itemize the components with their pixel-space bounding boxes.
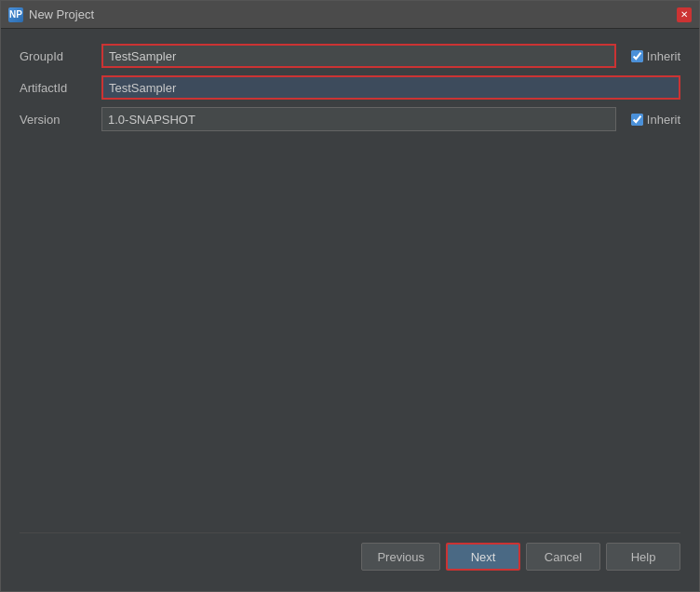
main-area — [20, 131, 680, 523]
group-id-inherit-checkbox[interactable] — [631, 50, 643, 62]
form-area: GroupId Inherit ArtifactId Version Inher… — [20, 44, 680, 131]
app-icon: NP — [8, 7, 23, 22]
artifact-id-label: ArtifactId — [20, 81, 94, 95]
group-id-inherit-label: Inherit — [647, 49, 680, 63]
version-label: Version — [20, 113, 94, 127]
title-bar-left: NP New Project — [8, 7, 94, 22]
version-inherit: Inherit — [631, 113, 680, 127]
artifact-id-row: ArtifactId — [20, 75, 680, 100]
group-id-label: GroupId — [20, 49, 94, 63]
version-row: Version Inherit — [20, 107, 680, 131]
group-id-input[interactable] — [101, 44, 616, 68]
title-bar-controls: ✕ — [677, 7, 692, 22]
cancel-button[interactable]: Cancel — [526, 543, 600, 571]
group-id-inherit: Inherit — [631, 49, 680, 63]
main-window: NP New Project ✕ GroupId Inherit Artifac… — [0, 0, 700, 592]
version-input[interactable] — [101, 107, 616, 131]
group-id-row: GroupId Inherit — [20, 44, 680, 68]
artifact-id-input[interactable] — [101, 75, 680, 100]
version-inherit-label: Inherit — [647, 113, 680, 127]
title-bar: NP New Project ✕ — [1, 1, 699, 29]
close-button[interactable]: ✕ — [677, 7, 692, 22]
previous-button[interactable]: Previous — [361, 543, 440, 571]
version-inherit-checkbox[interactable] — [631, 114, 643, 126]
footer: Previous Next Cancel Help — [20, 532, 680, 576]
content-area: GroupId Inherit ArtifactId Version Inher… — [1, 29, 699, 591]
help-button[interactable]: Help — [606, 543, 680, 571]
window-title: New Project — [29, 7, 94, 21]
next-button[interactable]: Next — [446, 543, 520, 571]
